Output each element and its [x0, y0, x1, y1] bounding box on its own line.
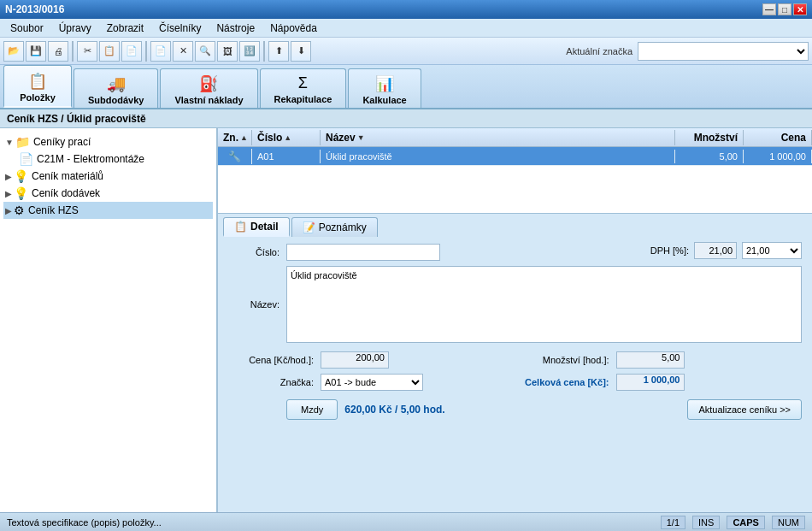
tree-label-cenik-hzs: Ceník HZS — [28, 204, 79, 216]
menu-zobrazit[interactable]: Zobrazit — [100, 21, 150, 36]
toolbar-up-btn[interactable]: ⬆ — [268, 41, 289, 62]
cena-value: 200,00 — [321, 351, 389, 369]
col-nazev-label: Název — [326, 132, 356, 144]
menu-nastroje[interactable]: Nástroje — [209, 21, 262, 36]
expand-icon4[interactable]: ▶ — [5, 206, 12, 215]
poznamky-tab-icon: 📝 — [303, 221, 315, 233]
tab-poznamky[interactable]: 📝 Poznámky — [291, 217, 378, 237]
tree-panel: ▼ 📁 Ceníky prací 📄 C21M - Elektromontáže… — [0, 128, 218, 512]
dph-value: 21,00 — [694, 242, 737, 259]
znacka-combo[interactable]: A01 -> bude — [321, 374, 423, 391]
sort-nazev-icon: ▼ — [357, 133, 365, 142]
tree-label-ceniky-praci: Ceníky prací — [33, 136, 91, 148]
rekapitulace-label: Rekapitulace — [274, 94, 332, 104]
toolbar-copy-btn[interactable]: 📋 — [99, 41, 120, 62]
action-row: Mzdy 620,00 Kč / 5,00 hod. Aktualizace c… — [228, 399, 802, 420]
dph-row: DPH [%]: 21,00 21,00 — [650, 242, 802, 259]
aktualni-znacka-label: Aktuální značka — [566, 46, 633, 56]
cell-zn: 🔧 — [218, 149, 252, 164]
tab-subdodavky[interactable]: 🚚 Subdodávky — [74, 68, 158, 108]
subdodavky-icon: 🚚 — [107, 74, 126, 93]
cislo-input[interactable] — [286, 244, 440, 261]
expand-icon[interactable]: ▼ — [5, 138, 14, 147]
menu-upravy[interactable]: Úpravy — [52, 21, 98, 36]
row-icon: 🔧 — [228, 150, 241, 162]
menu-napoveda[interactable]: Nápověda — [263, 21, 324, 36]
celkova-cena-row: Celková cena [Kč]: 1 000,00 — [524, 374, 803, 391]
breadcrumb-text: Ceník HZS / Úklid pracoviště — [7, 113, 146, 125]
toolbar-save-btn[interactable]: 💾 — [26, 41, 46, 62]
tree-item-ceniky-praci[interactable]: ▼ 📁 Ceníky prací — [3, 133, 213, 150]
toolbar-print-btn[interactable]: 🖨 — [48, 41, 68, 62]
tab-vlastni-naklady[interactable]: ⛽ Vlastní náklady — [160, 68, 257, 108]
menu-soubor[interactable]: Soubor — [3, 21, 50, 36]
window-title: N-2013/0016 — [5, 3, 64, 15]
expand-icon2[interactable]: ▶ — [5, 172, 12, 181]
mnozstvi-label: Množství [hod.]: — [524, 355, 609, 365]
cell-cena: 1 000,00 — [744, 150, 812, 163]
toolbar-calc-btn[interactable]: 🔢 — [239, 41, 260, 62]
tree-item-cenik-hzs[interactable]: ▶ ⚙ Ceník HZS — [3, 202, 213, 219]
cell-nazev: Úklid pracoviště — [321, 150, 675, 163]
window-controls: — □ ✕ — [762, 3, 807, 15]
toolbar-down-btn[interactable]: ⬇ — [291, 41, 311, 62]
col-zn-label: Zn. — [223, 132, 238, 144]
aktualni-znacka-combo[interactable] — [638, 42, 809, 61]
tab-detail[interactable]: 📋 Detail — [223, 217, 290, 237]
detail-panel: 📋 Detail 📝 Poznámky Číslo: — [218, 214, 812, 512]
toolbar-delete-btn[interactable]: ✕ — [173, 41, 193, 62]
minimize-button[interactable]: — — [762, 3, 776, 15]
kalkulace-icon: 📊 — [375, 74, 394, 93]
toolbar-search-btn[interactable]: 🔍 — [195, 41, 215, 62]
tree-item-cenik-dodavek[interactable]: ▶ 💡 Ceník dodávek — [3, 185, 213, 202]
tab-polozky[interactable]: 📋 Položky — [3, 65, 72, 108]
subdodavky-label: Subdodávky — [88, 95, 144, 105]
bottom-left: Cena [Kč/hod.]: 200,00 Značka: A01 -> bu… — [228, 351, 507, 391]
folder-icon: 📁 — [15, 135, 30, 149]
menu-ciselníky[interactable]: Číselníky — [152, 21, 208, 36]
bottom-right: Množství [hod.]: 5,00 Celková cena [Kč]:… — [524, 351, 803, 391]
toolbar-cut-btn[interactable]: ✂ — [77, 41, 97, 62]
tree-label-cenik-materialu: Ceník materiálů — [32, 170, 103, 182]
tree-item-cenik-materialu[interactable]: ▶ 💡 Ceník materiálů — [3, 168, 213, 185]
grid-header: Zn. ▲ Číslo ▲ Název ▼ Množství Cena — [218, 128, 812, 147]
znacka-label: Značka: — [228, 377, 314, 387]
table-row[interactable]: 🔧 A01 Úklid pracoviště 5,00 1 000,00 — [218, 147, 812, 166]
col-nazev[interactable]: Název ▼ — [321, 130, 675, 145]
expand-icon3[interactable]: ▶ — [5, 189, 12, 198]
cena-row: Cena [Kč/hod.]: 200,00 — [228, 351, 507, 369]
bottom-fields: Cena [Kč/hod.]: 200,00 Značka: A01 -> bu… — [228, 351, 802, 391]
main-content: ▼ 📁 Ceníky prací 📄 C21M - Elektromontáže… — [0, 128, 812, 512]
toolbar-open-btn[interactable]: 📂 — [3, 41, 24, 62]
col-zn[interactable]: Zn. ▲ — [218, 130, 252, 145]
nazev-textarea[interactable] — [286, 266, 802, 343]
close-button[interactable]: ✕ — [793, 3, 807, 15]
col-cislo[interactable]: Číslo ▲ — [252, 130, 321, 145]
cislo-row: Číslo: — [228, 244, 440, 261]
toolbar-paste-btn[interactable]: 📄 — [121, 41, 142, 62]
menu-bar: Soubor Úpravy Zobrazit Číselníky Nástroj… — [0, 19, 812, 38]
materialy-icon: 💡 — [14, 169, 28, 183]
mnozstvi-value: 5,00 — [616, 351, 685, 369]
cell-mnozstvi: 5,00 — [675, 150, 744, 163]
toolbar-img-btn[interactable]: 🖼 — [217, 41, 238, 62]
status-num: NUM — [772, 516, 805, 529]
nazev-row: Název: — [228, 266, 802, 343]
tab-rekapitulace[interactable]: Σ Rekapitulace — [260, 68, 347, 108]
maximize-button[interactable]: □ — [778, 3, 791, 15]
dph-combo[interactable]: 21,00 — [742, 242, 802, 259]
toolbar-new-btn[interactable]: 📄 — [150, 41, 171, 62]
cislo-label: Číslo: — [228, 247, 279, 257]
col-mnozstvi-label: Množství — [694, 132, 738, 144]
detail-tab-icon: 📋 — [234, 221, 247, 233]
dodavek-icon: 💡 — [14, 186, 28, 200]
aktualizace-button[interactable]: Aktualizace ceníku >> — [687, 399, 802, 420]
tab-kalkulace[interactable]: 📊 Kalkulace — [348, 68, 421, 108]
tree-item-c21m[interactable]: 📄 C21M - Elektromontáže — [17, 150, 213, 168]
toolbar: 📂 💾 🖨 ✂ 📋 📄 📄 ✕ 🔍 🖼 🔢 ⬆ ⬇ Aktuální značk… — [0, 38, 812, 65]
celkova-cena-value: 1 000,00 — [616, 374, 685, 391]
detail-body: Číslo: DPH [%]: 21,00 21,00 Název: — [218, 237, 812, 512]
col-mnozstvi[interactable]: Množství — [675, 130, 744, 145]
mzdy-button[interactable]: Mzdy — [286, 399, 338, 420]
col-cena[interactable]: Cena — [744, 130, 812, 145]
